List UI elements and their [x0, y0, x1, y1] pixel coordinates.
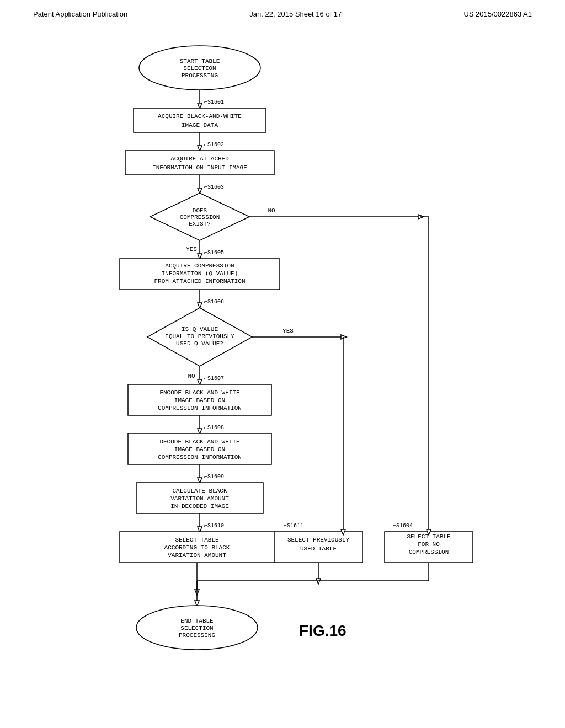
- svg-text:DOES: DOES: [193, 207, 207, 214]
- svg-text:INFORMATION (Q VALUE): INFORMATION (Q VALUE): [162, 270, 238, 277]
- svg-text:SELECT TABLE: SELECT TABLE: [175, 537, 219, 543]
- node-n1: [134, 108, 266, 132]
- svg-text:ACCORDING TO BLACK: ACCORDING TO BLACK: [164, 544, 230, 551]
- svg-text:ACQUIRE ATTACHED: ACQUIRE ATTACHED: [170, 156, 229, 162]
- svg-text:SELECT PREVIOUSLY: SELECT PREVIOUSLY: [287, 537, 350, 543]
- svg-text:SELECTION: SELECTION: [183, 65, 216, 72]
- svg-text:IN DECODED IMAGE: IN DECODED IMAGE: [170, 503, 229, 510]
- node-n2: [125, 151, 274, 175]
- svg-text:COMPRESSION INFORMATION: COMPRESSION INFORMATION: [158, 454, 242, 461]
- label-s1608: ⌐S1608: [204, 425, 224, 431]
- label-s1603: ⌐S1603: [204, 184, 224, 190]
- svg-text:COMPRESSION: COMPRESSION: [409, 549, 449, 555]
- svg-marker-30: [341, 335, 347, 339]
- svg-text:FOR NO: FOR NO: [418, 541, 440, 548]
- svg-text:COMPRESSION INFORMATION: COMPRESSION INFORMATION: [158, 405, 242, 411]
- label-s1607: ⌐S1607: [204, 376, 224, 382]
- label-s1609: ⌐S1609: [204, 474, 224, 480]
- svg-text:USED TABLE: USED TABLE: [300, 545, 337, 552]
- svg-text:IMAGE BASED ON: IMAGE BASED ON: [174, 397, 225, 404]
- flowchart-svg: .label { font-family: 'Courier New', Cou…: [34, 35, 531, 708]
- label-s1610: ⌐S1610: [204, 523, 224, 529]
- label-s1602: ⌐S1602: [204, 142, 224, 148]
- svg-text:YES: YES: [186, 246, 197, 253]
- end-text: END TABLE: [180, 618, 214, 624]
- svg-text:IMAGE BASED ON: IMAGE BASED ON: [174, 446, 225, 453]
- svg-text:FROM ATTACHED INFORMATION: FROM ATTACHED INFORMATION: [154, 278, 245, 285]
- svg-text:PROCESSING: PROCESSING: [182, 72, 218, 79]
- header-left: Patent Application Publication: [33, 10, 127, 18]
- svg-text:COMPRESSION: COMPRESSION: [180, 214, 220, 221]
- svg-text:SELECTION: SELECTION: [180, 625, 213, 631]
- svg-text:EXIST?: EXIST?: [189, 221, 211, 227]
- figure-label: FIG.16: [299, 622, 347, 639]
- svg-text:IS Q VALUE: IS Q VALUE: [182, 326, 218, 333]
- label-s1606: ⌐S1606: [204, 299, 224, 305]
- header-right: US 2015/0022863 A1: [463, 10, 532, 18]
- svg-text:EQUAL TO PREVIOUSLY: EQUAL TO PREVIOUSLY: [165, 333, 234, 340]
- svg-text:IMAGE DATA: IMAGE DATA: [182, 122, 218, 129]
- svg-text:VARIATION AMOUNT: VARIATION AMOUNT: [168, 552, 226, 559]
- start-text: START TABLE: [180, 58, 220, 65]
- svg-text:NO: NO: [188, 373, 195, 379]
- svg-text:INFORMATION ON INPUT IMAGE: INFORMATION ON INPUT IMAGE: [152, 164, 247, 171]
- flowchart: .label { font-family: 'Courier New', Cou…: [0, 24, 565, 728]
- label-s1605: ⌐S1605: [204, 250, 224, 256]
- label-s1601: ⌐S1601: [204, 99, 224, 105]
- svg-text:YES: YES: [282, 328, 294, 334]
- svg-text:PROCESSING: PROCESSING: [179, 632, 215, 639]
- svg-text:ACQUIRE COMPRESSION: ACQUIRE COMPRESSION: [165, 263, 234, 269]
- svg-marker-65: [316, 579, 321, 584]
- svg-text:VARIATION AMOUNT: VARIATION AMOUNT: [170, 495, 229, 502]
- label-s1604: ⌐S1604: [393, 523, 413, 529]
- label-s1611: ⌐S1611: [284, 523, 303, 529]
- page-header: Patent Application Publication Jan. 22, …: [0, 0, 565, 24]
- svg-text:ENCODE BLACK-AND-WHITE: ENCODE BLACK-AND-WHITE: [159, 389, 240, 396]
- svg-text:NO: NO: [268, 207, 275, 214]
- svg-text:CALCULATE BLACK: CALCULATE BLACK: [172, 488, 227, 494]
- header-middle: Jan. 22, 2015 Sheet 16 of 17: [249, 10, 342, 18]
- svg-text:ACQUIRE BLACK-AND-WHITE: ACQUIRE BLACK-AND-WHITE: [158, 113, 242, 120]
- svg-text:USED Q VALUE?: USED Q VALUE?: [176, 340, 223, 347]
- svg-text:DECODE BLACK-AND-WHITE: DECODE BLACK-AND-WHITE: [159, 438, 240, 445]
